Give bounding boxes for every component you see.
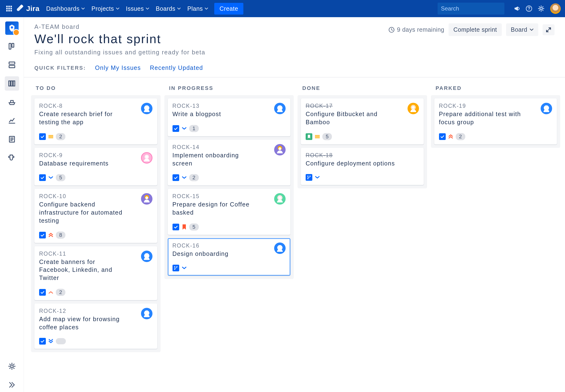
nav-menu-issues[interactable]: Issues bbox=[126, 5, 149, 12]
issue-card[interactable]: ROCK-9 Database requirements 5 bbox=[34, 148, 157, 186]
brand-label: Jira bbox=[26, 4, 39, 13]
issue-title: Prepare design for Coffee basked bbox=[173, 200, 261, 217]
assignee-avatar[interactable] bbox=[407, 103, 419, 114]
assignee-avatar[interactable] bbox=[141, 193, 152, 205]
svg-point-28 bbox=[145, 196, 148, 199]
issue-card[interactable]: ROCK-8 Create research brief for testing… bbox=[34, 98, 157, 144]
issue-key[interactable]: ROCK-10 bbox=[39, 193, 141, 200]
task-type-icon bbox=[39, 289, 46, 296]
assignee-avatar[interactable] bbox=[541, 103, 552, 114]
issue-key[interactable]: ROCK-19 bbox=[439, 103, 541, 109]
task-type-icon bbox=[39, 232, 46, 238]
issue-card[interactable]: ROCK-13 Write a blogpost 1 bbox=[168, 98, 291, 136]
nav-menu-plans[interactable]: Plans bbox=[187, 5, 208, 12]
column-header: IN PROGRESS bbox=[164, 83, 294, 95]
assignee-avatar[interactable] bbox=[274, 242, 286, 254]
feedback-icon[interactable] bbox=[514, 5, 520, 12]
issue-key[interactable]: ROCK-18 bbox=[306, 152, 419, 159]
estimate-badge: 5 bbox=[56, 174, 65, 181]
nav-menu-projects[interactable]: Projects bbox=[91, 5, 119, 12]
assignee-avatar[interactable] bbox=[141, 308, 152, 319]
issue-key[interactable]: ROCK-13 bbox=[173, 103, 274, 109]
issue-key[interactable]: ROCK-17 bbox=[306, 103, 407, 109]
sidebar-sprints[interactable] bbox=[5, 58, 19, 72]
issue-title: Add map view for browsing coffee places bbox=[39, 315, 127, 331]
issue-key[interactable]: ROCK-8 bbox=[39, 103, 141, 109]
assignee-avatar[interactable] bbox=[274, 103, 286, 114]
column-to-do: TO DO ROCK-8 Create research brief for t… bbox=[31, 83, 160, 386]
filter-my-issues[interactable]: Only My Issues bbox=[95, 64, 141, 71]
project-badge[interactable] bbox=[5, 21, 19, 35]
issue-key[interactable]: ROCK-16 bbox=[173, 242, 274, 249]
svg-point-36 bbox=[545, 106, 548, 109]
priority-icon bbox=[182, 266, 187, 271]
priority-icon bbox=[448, 134, 453, 139]
search-input[interactable] bbox=[441, 5, 512, 12]
svg-point-35 bbox=[412, 106, 415, 109]
assignee-avatar[interactable] bbox=[141, 152, 152, 164]
priority-icon bbox=[48, 233, 53, 238]
issue-card[interactable]: ROCK-18 Configure deployment options bbox=[301, 148, 424, 185]
column-body[interactable]: ROCK-8 Create research brief for testing… bbox=[31, 95, 160, 352]
issue-card[interactable]: ROCK-16 Design onboarding bbox=[168, 238, 291, 276]
task-type-icon bbox=[173, 125, 179, 132]
estimate-badge: 2 bbox=[189, 174, 199, 181]
assignee-avatar[interactable] bbox=[274, 144, 286, 155]
issue-card[interactable]: ROCK-15 Prepare design for Coffee basked… bbox=[168, 189, 291, 235]
sidebar-backlog[interactable] bbox=[5, 39, 19, 53]
priority-icon bbox=[182, 224, 187, 230]
issue-key[interactable]: ROCK-14 bbox=[173, 144, 274, 151]
breadcrumb[interactable]: A-TEAM board bbox=[34, 23, 389, 30]
column-body[interactable]: ROCK-17 Configure Bitbucket and Bamboo 5… bbox=[298, 95, 427, 188]
issue-card[interactable]: ROCK-17 Configure Bitbucket and Bamboo 5 bbox=[301, 98, 424, 144]
filter-recently-updated[interactable]: Recently Updated bbox=[150, 64, 203, 71]
fullscreen-button[interactable] bbox=[543, 24, 554, 35]
svg-point-26 bbox=[145, 106, 148, 109]
estimate-badge: 5 bbox=[322, 133, 332, 140]
issue-key[interactable]: ROCK-9 bbox=[39, 152, 141, 159]
column-body[interactable]: ROCK-13 Write a blogpost 1 ROCK-14 Imple… bbox=[164, 95, 294, 279]
chevron-down-icon bbox=[146, 8, 149, 10]
profile-avatar[interactable] bbox=[550, 3, 561, 14]
nav-menu-dashboards[interactable]: Dashboards bbox=[46, 5, 85, 12]
issue-card[interactable]: ROCK-10 Configure backend infrastructure… bbox=[34, 189, 157, 243]
subtask-type-icon bbox=[173, 265, 179, 271]
create-button[interactable]: Create bbox=[214, 3, 243, 14]
sidebar-pages[interactable] bbox=[5, 132, 19, 146]
assignee-avatar[interactable] bbox=[274, 193, 286, 205]
issue-title: Create research brief for testing the ap… bbox=[39, 110, 127, 126]
issue-key[interactable]: ROCK-15 bbox=[173, 193, 274, 200]
issue-card[interactable]: ROCK-11 Create banners for Facebook, Lin… bbox=[34, 246, 157, 300]
issue-title: Create banners for Facebook, Linkedin, a… bbox=[39, 258, 127, 282]
sidebar-releases[interactable] bbox=[5, 95, 19, 109]
search-input-wrap[interactable] bbox=[438, 3, 504, 14]
sidebar-board[interactable] bbox=[5, 76, 19, 91]
assignee-avatar[interactable] bbox=[141, 103, 152, 114]
svg-point-32 bbox=[278, 147, 281, 150]
issue-card[interactable]: ROCK-19 Prepare additional test with foc… bbox=[434, 98, 557, 144]
column-header: TO DO bbox=[31, 83, 160, 95]
issue-card[interactable]: ROCK-14 Implement onboarding screen 2 bbox=[168, 140, 291, 186]
issue-key[interactable]: ROCK-12 bbox=[39, 308, 141, 314]
page-subtitle: Fixing all outstanding issues and gettin… bbox=[34, 49, 389, 56]
complete-sprint-button[interactable]: Complete sprint bbox=[449, 23, 502, 36]
column-done: DONE ROCK-17 Configure Bitbucket and Bam… bbox=[298, 83, 427, 386]
estimate-badge: 2 bbox=[456, 133, 465, 140]
sidebar-settings[interactable] bbox=[5, 359, 19, 373]
board-dropdown[interactable]: Board bbox=[506, 23, 538, 36]
sidebar-reports[interactable] bbox=[5, 113, 19, 128]
column-body[interactable]: ROCK-19 Prepare additional test with foc… bbox=[431, 95, 561, 148]
jira-brand[interactable]: Jira bbox=[16, 4, 39, 13]
task-type-icon bbox=[39, 174, 46, 181]
settings-icon[interactable] bbox=[538, 5, 545, 12]
nav-menu-boards[interactable]: Boards bbox=[156, 5, 181, 12]
sidebar-addons[interactable] bbox=[5, 151, 19, 165]
expand-icon bbox=[546, 27, 551, 32]
help-icon[interactable] bbox=[526, 5, 532, 12]
app-switcher-icon[interactable] bbox=[4, 4, 14, 13]
assignee-avatar[interactable] bbox=[141, 251, 152, 262]
issue-card[interactable]: ROCK-12 Add map view for browsing coffee… bbox=[34, 304, 157, 349]
issue-key[interactable]: ROCK-11 bbox=[39, 251, 141, 257]
sidebar-collapse[interactable] bbox=[5, 378, 19, 392]
chevron-down-icon bbox=[177, 8, 181, 10]
